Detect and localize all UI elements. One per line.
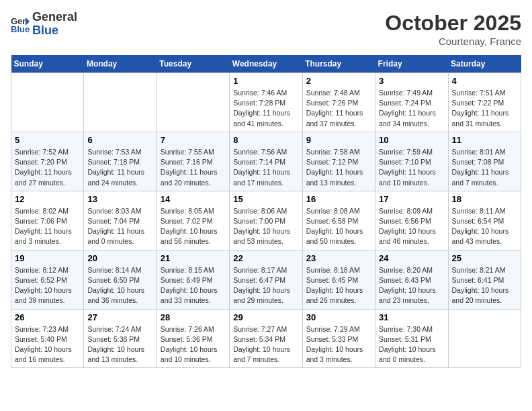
day-cell: 25Sunrise: 8:21 AM Sunset: 6:41 PM Dayli… xyxy=(448,250,521,309)
day-number: 22 xyxy=(233,253,298,263)
day-number: 5 xyxy=(15,135,80,145)
day-number: 16 xyxy=(306,194,371,204)
month-title: October 2025 xyxy=(385,11,521,36)
day-number: 11 xyxy=(452,135,517,145)
logo-icon: Gen Blue xyxy=(11,15,30,34)
day-number: 26 xyxy=(15,312,80,322)
day-number: 20 xyxy=(87,253,152,263)
day-number: 24 xyxy=(379,253,444,263)
day-info: Sunrise: 8:08 AM Sunset: 6:58 PM Dayligh… xyxy=(306,206,371,247)
day-number: 1 xyxy=(233,76,298,86)
day-cell: 12Sunrise: 8:02 AM Sunset: 7:06 PM Dayli… xyxy=(11,191,84,250)
day-cell: 18Sunrise: 8:11 AM Sunset: 6:54 PM Dayli… xyxy=(448,191,521,250)
day-info: Sunrise: 8:14 AM Sunset: 6:50 PM Dayligh… xyxy=(87,265,152,306)
day-number: 3 xyxy=(379,76,444,86)
day-cell: 8Sunrise: 7:56 AM Sunset: 7:14 PM Daylig… xyxy=(230,132,302,191)
day-number: 18 xyxy=(452,194,517,204)
day-info: Sunrise: 8:20 AM Sunset: 6:43 PM Dayligh… xyxy=(379,265,444,306)
day-number: 17 xyxy=(379,194,444,204)
day-info: Sunrise: 7:29 AM Sunset: 5:33 PM Dayligh… xyxy=(306,324,371,365)
header-row: SundayMondayTuesdayWednesdayThursdayFrid… xyxy=(11,55,521,73)
day-number: 23 xyxy=(306,253,371,263)
day-info: Sunrise: 8:09 AM Sunset: 6:56 PM Dayligh… xyxy=(379,206,444,247)
day-header-wednesday: Wednesday xyxy=(230,55,302,73)
day-info: Sunrise: 7:27 AM Sunset: 5:34 PM Dayligh… xyxy=(233,324,298,365)
day-cell: 15Sunrise: 8:06 AM Sunset: 7:00 PM Dayli… xyxy=(230,191,302,250)
day-cell: 6Sunrise: 7:53 AM Sunset: 7:18 PM Daylig… xyxy=(84,132,157,191)
location: Courtenay, France xyxy=(385,36,521,47)
title-block: October 2025 Courtenay, France xyxy=(385,11,521,47)
day-number: 28 xyxy=(161,312,226,322)
day-cell: 22Sunrise: 8:17 AM Sunset: 6:47 PM Dayli… xyxy=(230,250,302,309)
day-number: 7 xyxy=(161,135,226,145)
day-cell: 2Sunrise: 7:48 AM Sunset: 7:26 PM Daylig… xyxy=(302,73,375,132)
day-cell xyxy=(11,73,84,132)
day-number: 27 xyxy=(87,312,152,322)
day-header-thursday: Thursday xyxy=(302,55,375,73)
logo: Gen Blue General Blue xyxy=(11,11,77,38)
day-number: 9 xyxy=(306,135,371,145)
day-cell: 3Sunrise: 7:49 AM Sunset: 7:24 PM Daylig… xyxy=(375,73,448,132)
day-cell: 7Sunrise: 7:55 AM Sunset: 7:16 PM Daylig… xyxy=(157,132,229,191)
day-cell: 16Sunrise: 8:08 AM Sunset: 6:58 PM Dayli… xyxy=(302,191,375,250)
day-info: Sunrise: 8:02 AM Sunset: 7:06 PM Dayligh… xyxy=(15,206,80,247)
week-row-4: 19Sunrise: 8:12 AM Sunset: 6:52 PM Dayli… xyxy=(11,250,521,309)
day-info: Sunrise: 8:11 AM Sunset: 6:54 PM Dayligh… xyxy=(452,206,517,247)
day-cell: 23Sunrise: 8:18 AM Sunset: 6:45 PM Dayli… xyxy=(302,250,375,309)
day-cell: 9Sunrise: 7:58 AM Sunset: 7:12 PM Daylig… xyxy=(302,132,375,191)
day-number: 21 xyxy=(161,253,226,263)
day-info: Sunrise: 7:52 AM Sunset: 7:20 PM Dayligh… xyxy=(15,147,80,188)
day-number: 10 xyxy=(379,135,444,145)
day-cell: 5Sunrise: 7:52 AM Sunset: 7:20 PM Daylig… xyxy=(11,132,84,191)
day-cell: 27Sunrise: 7:24 AM Sunset: 5:38 PM Dayli… xyxy=(84,309,157,368)
day-info: Sunrise: 7:23 AM Sunset: 5:40 PM Dayligh… xyxy=(15,324,80,365)
page-header: Gen Blue General Blue October 2025 Court… xyxy=(11,11,521,47)
day-cell xyxy=(448,309,521,368)
day-cell: 20Sunrise: 8:14 AM Sunset: 6:50 PM Dayli… xyxy=(84,250,157,309)
day-number: 2 xyxy=(306,76,371,86)
day-cell: 19Sunrise: 8:12 AM Sunset: 6:52 PM Dayli… xyxy=(11,250,84,309)
day-number: 12 xyxy=(15,194,80,204)
logo-general-text: General xyxy=(32,10,77,24)
day-info: Sunrise: 7:59 AM Sunset: 7:10 PM Dayligh… xyxy=(379,147,444,188)
day-number: 4 xyxy=(452,76,517,86)
day-info: Sunrise: 7:55 AM Sunset: 7:16 PM Dayligh… xyxy=(161,147,226,188)
day-info: Sunrise: 7:49 AM Sunset: 7:24 PM Dayligh… xyxy=(379,88,444,129)
day-number: 14 xyxy=(161,194,226,204)
day-number: 19 xyxy=(15,253,80,263)
day-cell: 10Sunrise: 7:59 AM Sunset: 7:10 PM Dayli… xyxy=(375,132,448,191)
day-number: 15 xyxy=(233,194,298,204)
day-number: 13 xyxy=(87,194,152,204)
day-header-sunday: Sunday xyxy=(11,55,84,73)
day-info: Sunrise: 8:15 AM Sunset: 6:49 PM Dayligh… xyxy=(161,265,226,306)
day-number: 25 xyxy=(452,253,517,263)
day-cell: 26Sunrise: 7:23 AM Sunset: 5:40 PM Dayli… xyxy=(11,309,84,368)
svg-text:Blue: Blue xyxy=(11,24,30,34)
day-cell: 17Sunrise: 8:09 AM Sunset: 6:56 PM Dayli… xyxy=(375,191,448,250)
day-info: Sunrise: 7:48 AM Sunset: 7:26 PM Dayligh… xyxy=(306,88,371,129)
logo-blue-text: Blue xyxy=(32,24,58,37)
day-number: 30 xyxy=(306,312,371,322)
day-cell: 31Sunrise: 7:30 AM Sunset: 5:31 PM Dayli… xyxy=(375,309,448,368)
day-info: Sunrise: 7:51 AM Sunset: 7:22 PM Dayligh… xyxy=(452,88,517,129)
day-info: Sunrise: 8:18 AM Sunset: 6:45 PM Dayligh… xyxy=(306,265,371,306)
calendar-table: SundayMondayTuesdayWednesdayThursdayFrid… xyxy=(11,55,521,368)
day-cell: 11Sunrise: 8:01 AM Sunset: 7:08 PM Dayli… xyxy=(448,132,521,191)
day-cell: 1Sunrise: 7:46 AM Sunset: 7:28 PM Daylig… xyxy=(230,73,302,132)
week-row-1: 1Sunrise: 7:46 AM Sunset: 7:28 PM Daylig… xyxy=(11,73,521,132)
week-row-2: 5Sunrise: 7:52 AM Sunset: 7:20 PM Daylig… xyxy=(11,132,521,191)
day-number: 6 xyxy=(87,135,152,145)
day-info: Sunrise: 8:12 AM Sunset: 6:52 PM Dayligh… xyxy=(15,265,80,306)
day-info: Sunrise: 7:56 AM Sunset: 7:14 PM Dayligh… xyxy=(233,147,298,188)
day-info: Sunrise: 8:21 AM Sunset: 6:41 PM Dayligh… xyxy=(452,265,517,306)
day-cell: 13Sunrise: 8:03 AM Sunset: 7:04 PM Dayli… xyxy=(84,191,157,250)
day-cell xyxy=(84,73,157,132)
day-info: Sunrise: 8:03 AM Sunset: 7:04 PM Dayligh… xyxy=(87,206,152,247)
day-cell xyxy=(157,73,229,132)
day-info: Sunrise: 8:17 AM Sunset: 6:47 PM Dayligh… xyxy=(233,265,298,306)
day-cell: 24Sunrise: 8:20 AM Sunset: 6:43 PM Dayli… xyxy=(375,250,448,309)
day-number: 29 xyxy=(233,312,298,322)
day-cell: 4Sunrise: 7:51 AM Sunset: 7:22 PM Daylig… xyxy=(448,73,521,132)
day-header-saturday: Saturday xyxy=(448,55,521,73)
day-info: Sunrise: 7:26 AM Sunset: 5:36 PM Dayligh… xyxy=(161,324,226,365)
